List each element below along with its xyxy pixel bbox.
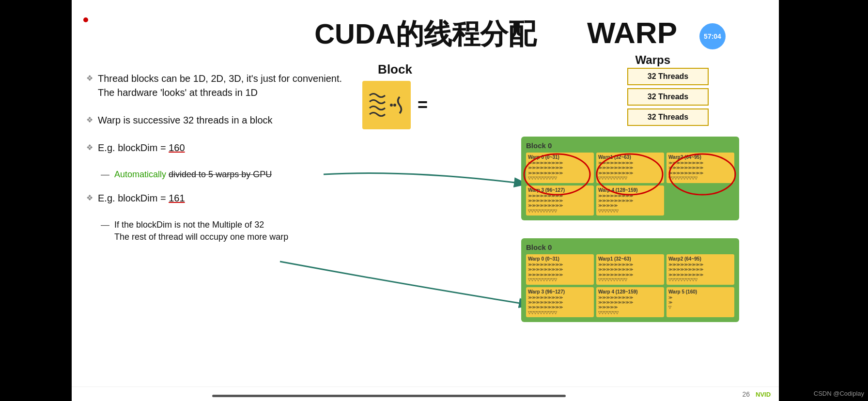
bullet-text-1: Thread blocks can be 1D, 2D, 3D, it's ju… [98, 72, 343, 100]
diamond-3: ❖ [86, 143, 93, 152]
warp2-bottom-label: Warp2 (64~95) [668, 256, 732, 262]
warp0-top-threads: ≫≫≫≫≫≫≫≫≫≫≫≫≫≫≫≫≫≫≫≫≫≫≫≫≫≫≫▽▽▽▽▽▽▽▽▽▽ [528, 161, 592, 181]
block-section: Block = [362, 62, 428, 129]
warp1-top-threads: ≫≫≫≫≫≫≫≫≫≫≫≫≫≫≫≫≫≫≫≫≫≫≫≫≫≫≫▽▽▽▽▽▽▽▽▽▽ [598, 161, 662, 181]
block0-bottom: Block 0 Warp 0 (0~31) ≫≫≫≫≫≫≫≫≫≫≫≫≫≫≫≫≫≫… [521, 238, 739, 322]
warp2-top-threads: ≫≫≫≫≫≫≫≫≫≫≫≫≫≫≫≫≫≫≫≫≫≫≫≫≫≫≫▽▽▽▽▽▽▽▽▽▽ [668, 161, 732, 181]
warp0-bottom-label: Warp 0 (0~31) [528, 256, 592, 262]
warp3-bottom: Warp 3 (96~127) ≫≫≫≫≫≫≫≫≫≫≫≫≫≫≫≫≫≫≫≫≫≫≫≫… [526, 287, 594, 318]
warp0-top: Warp 0 (0~31) ≫≫≫≫≫≫≫≫≫≫≫≫≫≫≫≫≫≫≫≫≫≫≫≫≫≫… [526, 153, 594, 183]
bullet-item-2: ❖ Warp is successive 32 threads in a blo… [86, 113, 343, 127]
warp3-top-threads: ≫≫≫≫≫≫≫≫≫≫≫≫≫≫≫≫≫≫≫≫≫≫≫≫≫≫≫▽▽▽▽▽▽▽▽▽▽ [528, 194, 592, 214]
warp4-bottom-threads: ≫≫≫≫≫≫≫≫≫≫≫≫≫≫≫≫≫≫≫≫≫≫≫▽▽▽▽▽▽▽ [598, 295, 662, 316]
sub-bullet-3: — Automatically divided to 5 warps by GP… [101, 169, 343, 181]
warp0-bottom-threads: ≫≫≫≫≫≫≫≫≫≫≫≫≫≫≫≫≫≫≫≫≫≫≫≫≫≫≫▽▽▽▽▽▽▽▽▽▽ [528, 262, 592, 283]
slide: 57:04 CUDA的线程分配 WARP Warps 32 Threads 32… [72, 0, 779, 401]
progress-bar [212, 395, 566, 397]
bullet-item-1: ❖ Thread blocks can be 1D, 2D, 3D, it's … [86, 72, 343, 100]
warp3-bottom-label: Warp 3 (96~127) [528, 289, 592, 294]
warp1-bottom-threads: ≫≫≫≫≫≫≫≫≫≫≫≫≫≫≫≫≫≫≫≫≫≫≫≫≫≫≫▽▽▽▽▽▽▽▽▽▽ [598, 262, 662, 283]
svg-point-2 [393, 104, 396, 107]
timer-badge: 57:04 [699, 23, 726, 49]
equals-sign: = [418, 95, 428, 115]
warp2-bottom: Warp2 (64~95) ≫≫≫≫≫≫≫≫≫≫≫≫≫≫≫≫≫≫≫≫≫≫≫≫≫≫… [666, 254, 734, 285]
diamond-2: ❖ [86, 115, 93, 124]
sub-dash-3: — [101, 170, 109, 180]
warp4-top: Warp 4 (128~159) ≫≫≫≫≫≫≫≫≫≫≫≫≫≫≫≫≫≫≫≫≫≫≫… [596, 185, 664, 216]
warp-main-label: WARP [587, 15, 677, 50]
blockdim-160: 160 [169, 142, 185, 153]
warp0-bottom: Warp 0 (0~31) ≫≫≫≫≫≫≫≫≫≫≫≫≫≫≫≫≫≫≫≫≫≫≫≫≫≫… [526, 254, 594, 285]
warp0-top-label: Warp 0 (0~31) [528, 154, 592, 160]
diamond-1: ❖ [86, 74, 93, 83]
warp5-bottom-threads: ≫≫▽ [668, 295, 732, 310]
block-label: Block [362, 62, 428, 77]
bullet-item-4: ❖ E.g. blockDim = 161 [86, 191, 343, 205]
strikethrough-text: divided to 5 warps by GPU [169, 170, 272, 179]
warp3-top-label: Warp 3 (96~127) [528, 187, 592, 193]
warp4-top-threads: ≫≫≫≫≫≫≫≫≫≫≫≫≫≫≫≫≫≫≫≫≫≫≫▽▽▽▽▽▽▽ [598, 194, 662, 214]
bullet-text-2: Warp is successive 32 threads in a block [98, 113, 273, 127]
sub-text-4: If the blockDim is not the Multiple of 3… [114, 219, 288, 243]
warp5-bottom: Warp 5 (160) ≫≫▽ [666, 287, 734, 318]
warp3-bottom-threads: ≫≫≫≫≫≫≫≫≫≫≫≫≫≫≫≫≫≫≫≫≫≫≫≫≫≫≫▽▽▽▽▽▽▽▽▽▽ [528, 295, 592, 316]
arrow-2 [241, 257, 542, 315]
sub-dash-4: — [101, 220, 109, 230]
blockdim-161: 161 [169, 193, 185, 203]
thread-boxes-container: 32 Threads 32 Threads 32 Threads [627, 68, 709, 126]
red-dot [83, 17, 88, 22]
warp4-top-label: Warp 4 (128~159) [598, 187, 662, 193]
timer-text: 57:04 [704, 32, 721, 40]
bullet-text-4: E.g. blockDim = 161 [98, 191, 185, 205]
warp1-top: Warp1 (32~63) ≫≫≫≫≫≫≫≫≫≫≫≫≫≫≫≫≫≫≫≫≫≫≫≫≫≫… [596, 153, 664, 183]
nvidia-icon: NVIDIA [756, 390, 771, 399]
thread-box-2: 32 Threads [627, 88, 709, 106]
nvidia-logo: NVIDIA [756, 390, 771, 399]
warp1-top-label: Warp1 (32~63) [598, 154, 662, 160]
warp1-bottom-label: Warp1 (32~63) [598, 256, 662, 262]
slide-title: CUDA的线程分配 [314, 15, 536, 53]
bullets-container: ❖ Thread blocks can be 1D, 2D, 3D, it's … [86, 72, 343, 254]
sub-bullet-4: — If the blockDim is not the Multiple of… [101, 219, 343, 243]
auto-word: Automatically [114, 170, 166, 179]
warp3-top: Warp 3 (96~127) ≫≫≫≫≫≫≫≫≫≫≫≫≫≫≫≫≫≫≫≫≫≫≫≫… [526, 185, 594, 216]
svg-rect-0 [365, 83, 408, 127]
thread-box-1: 32 Threads [627, 68, 709, 85]
warp2-bottom-threads: ≫≫≫≫≫≫≫≫≫≫≫≫≫≫≫≫≫≫≫≫≫≫≫≫≫≫≫▽▽▽▽▽▽▽▽▽▽ [668, 262, 732, 283]
svg-point-1 [390, 104, 393, 107]
warp1-bottom: Warp1 (32~63) ≫≫≫≫≫≫≫≫≫≫≫≫≫≫≫≫≫≫≫≫≫≫≫≫≫≫… [596, 254, 664, 285]
page-number: 26 [742, 390, 750, 398]
sub-text-3: Automatically divided to 5 warps by GPU [114, 169, 272, 181]
csdn-watermark: CSDN @Codiplay [814, 390, 864, 397]
bullet-item-3: ❖ E.g. blockDim = 160 [86, 141, 343, 155]
warp4-bottom-label: Warp 4 (128~159) [598, 289, 662, 294]
svg-text:NVIDIA: NVIDIA [756, 391, 771, 398]
warp2-top: Warp2 (64~95) ≫≫≫≫≫≫≫≫≫≫≫≫≫≫≫≫≫≫≫≫≫≫≫≫≫≫… [666, 153, 734, 183]
warp2-top-label: Warp2 (64~95) [668, 154, 732, 160]
block-icon [362, 81, 411, 129]
block0-top: Block 0 Warp 0 (0~31) ≫≫≫≫≫≫≫≫≫≫≫≫≫≫≫≫≫≫… [521, 137, 739, 220]
warps-sub-label: Warps [636, 53, 670, 67]
block0-bottom-label: Block 0 [526, 243, 734, 251]
warp5-bottom-label: Warp 5 (160) [668, 289, 732, 294]
bullet-text-3: E.g. blockDim = 160 [98, 141, 185, 155]
empty-top [666, 185, 734, 216]
thread-box-3: 32 Threads [627, 108, 709, 126]
warp4-bottom: Warp 4 (128~159) ≫≫≫≫≫≫≫≫≫≫≫≫≫≫≫≫≫≫≫≫≫≫≫… [596, 287, 664, 318]
bottom-bar: 26 NVIDIA [72, 386, 779, 401]
diamond-4: ❖ [86, 193, 93, 202]
block0-top-label: Block 0 [526, 141, 734, 150]
